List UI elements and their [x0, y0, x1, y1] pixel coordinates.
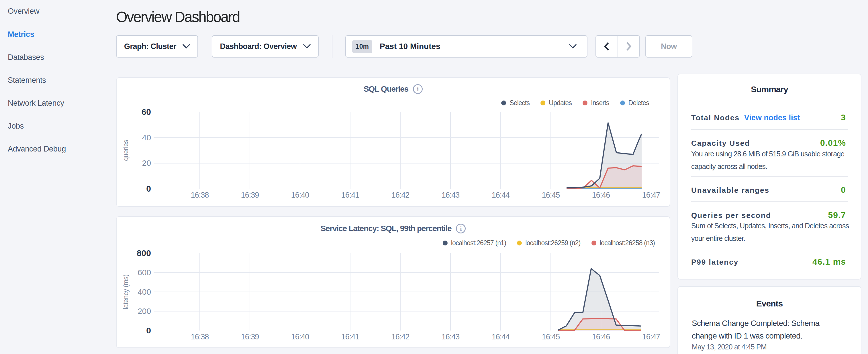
- svg-text:16:39: 16:39: [241, 332, 259, 341]
- svg-text:queries: queries: [122, 140, 129, 161]
- svg-text:16:41: 16:41: [341, 191, 359, 199]
- svg-text:16:41: 16:41: [341, 332, 359, 341]
- svg-text:16:45: 16:45: [542, 332, 560, 341]
- svg-text:0: 0: [146, 184, 151, 193]
- svg-text:16:40: 16:40: [291, 191, 309, 199]
- svg-text:20: 20: [142, 159, 151, 167]
- svg-text:16:40: 16:40: [291, 332, 309, 341]
- svg-text:16:44: 16:44: [492, 332, 510, 341]
- svg-text:60: 60: [142, 107, 151, 117]
- svg-text:16:38: 16:38: [191, 332, 209, 341]
- svg-text:16:42: 16:42: [392, 191, 409, 199]
- svg-text:16:47: 16:47: [642, 191, 660, 199]
- svg-text:16:45: 16:45: [542, 191, 560, 199]
- svg-text:600: 600: [137, 268, 151, 277]
- svg-text:16:42: 16:42: [392, 332, 409, 341]
- svg-text:40: 40: [142, 133, 151, 142]
- svg-text:16:43: 16:43: [442, 332, 460, 341]
- svg-text:0: 0: [146, 326, 151, 335]
- svg-text:16:38: 16:38: [191, 191, 209, 199]
- svg-text:16:47: 16:47: [642, 332, 660, 341]
- svg-text:16:43: 16:43: [442, 191, 460, 199]
- svg-text:200: 200: [137, 307, 151, 316]
- svg-text:800: 800: [137, 248, 151, 258]
- svg-text:16:46: 16:46: [592, 191, 610, 199]
- svg-text:16:39: 16:39: [241, 191, 259, 199]
- svg-text:16:46: 16:46: [592, 332, 610, 341]
- svg-text:latency (ms): latency (ms): [122, 275, 129, 309]
- svg-text:400: 400: [137, 288, 151, 296]
- svg-text:16:44: 16:44: [492, 191, 510, 199]
